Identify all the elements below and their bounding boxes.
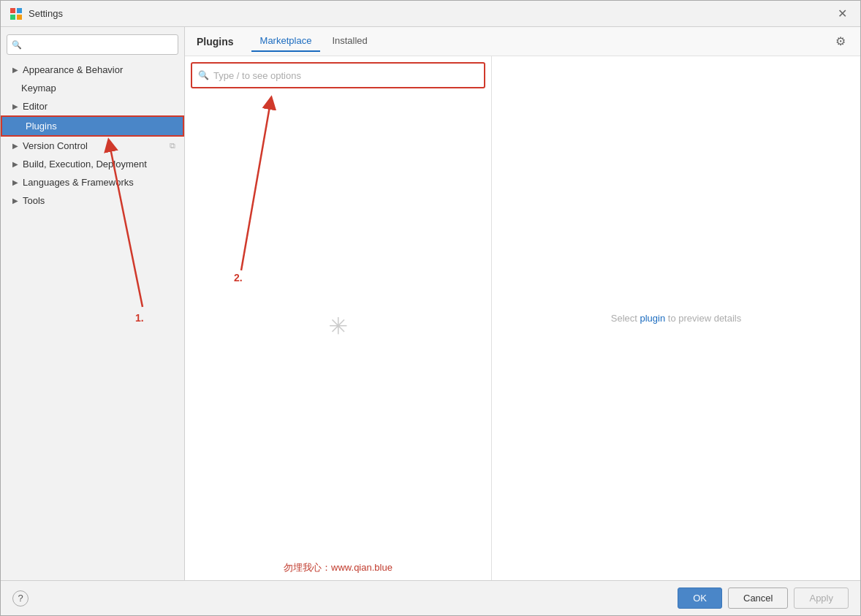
content-area: 🔍 ▶ Appearance & Behavior Keymap ▶ Edito…: [1, 27, 860, 580]
sidebar-item-build[interactable]: ▶ Build, Execution, Deployment: [1, 155, 184, 173]
sidebar-search-input[interactable]: [25, 39, 173, 50]
apply-button[interactable]: Apply: [794, 588, 849, 609]
plugin-panel: 🔍 Type / to see options ✳ 勿埋我心：www.qian.…: [185, 56, 860, 580]
ok-button[interactable]: OK: [678, 588, 722, 609]
plugin-search-icon: 🔍: [198, 70, 209, 80]
plugin-list-content: ✳: [185, 94, 491, 555]
sidebar-item-label: Tools: [23, 195, 175, 206]
sidebar-item-version-control[interactable]: ▶ Version Control ⧉: [1, 137, 184, 155]
plugin-search-bar[interactable]: 🔍 Type / to see options: [191, 62, 485, 88]
settings-gear-button[interactable]: ⚙: [832, 31, 849, 51]
sidebar-item-tools[interactable]: ▶ Tools: [1, 191, 184, 210]
sidebar-item-keymap[interactable]: Keymap: [1, 79, 184, 97]
sidebar-search[interactable]: 🔍: [7, 34, 178, 55]
sidebar-search-icon: 🔍: [12, 40, 22, 50]
sidebar-item-label: Build, Execution, Deployment: [23, 159, 175, 170]
sidebar-item-plugins[interactable]: Plugins: [1, 115, 184, 137]
copy-icon: ⧉: [170, 141, 175, 151]
bottom-bar: ? OK Cancel Apply: [1, 580, 860, 615]
preview-placeholder: Select plugin to preview details: [611, 313, 742, 324]
plugin-list-area: 🔍 Type / to see options ✳ 勿埋我心：www.qian.…: [185, 56, 492, 580]
title-bar: Settings ✕: [1, 1, 860, 27]
sidebar-item-label: Keymap: [21, 83, 175, 94]
svg-rect-2: [10, 15, 15, 20]
sidebar-item-editor[interactable]: ▶ Editor: [1, 97, 184, 115]
sidebar-item-label: Appearance & Behavior: [23, 64, 175, 75]
loading-spinner: ✳: [328, 311, 348, 339]
window-title: Settings: [29, 8, 833, 19]
watermark: 勿埋我心：www.qian.blue: [185, 555, 491, 580]
main-header: Plugins Marketplace Installed ⚙: [185, 27, 860, 56]
plugin-search-placeholder: Type / to see options: [213, 70, 301, 81]
plugin-preview-area: Select plugin to preview details: [492, 56, 860, 580]
sidebar: 🔍 ▶ Appearance & Behavior Keymap ▶ Edito…: [1, 27, 185, 580]
main-content: Plugins Marketplace Installed ⚙: [185, 27, 860, 580]
arrow-icon: ▶: [12, 102, 18, 110]
svg-rect-1: [17, 8, 22, 13]
sidebar-item-label: Version Control: [23, 140, 170, 151]
spinner-icon: ✳: [325, 309, 352, 341]
cancel-button[interactable]: Cancel: [728, 588, 788, 609]
sidebar-item-label: Plugins: [14, 121, 174, 132]
main-title: Plugins: [197, 36, 234, 47]
arrow-icon: ▶: [12, 178, 18, 186]
close-button[interactable]: ✕: [833, 5, 851, 22]
arrow-icon: ▶: [12, 142, 18, 150]
sidebar-item-appearance[interactable]: ▶ Appearance & Behavior: [1, 61, 184, 79]
sidebar-item-label: Editor: [23, 101, 175, 112]
arrow-icon: ▶: [12, 66, 18, 74]
sidebar-item-languages[interactable]: ▶ Languages & Frameworks: [1, 173, 184, 191]
app-icon: [10, 7, 23, 20]
arrow-icon: ▶: [12, 160, 18, 168]
tabs-area: Marketplace Installed: [251, 31, 832, 52]
sidebar-item-label: Languages & Frameworks: [23, 177, 175, 188]
tab-marketplace[interactable]: Marketplace: [251, 31, 321, 52]
svg-rect-3: [17, 15, 22, 20]
bottom-actions: OK Cancel Apply: [678, 588, 849, 609]
tab-installed[interactable]: Installed: [323, 31, 376, 52]
arrow-icon: ▶: [12, 197, 18, 205]
plugin-link[interactable]: plugin: [640, 313, 665, 324]
help-button[interactable]: ?: [12, 590, 29, 607]
svg-rect-0: [10, 8, 15, 13]
